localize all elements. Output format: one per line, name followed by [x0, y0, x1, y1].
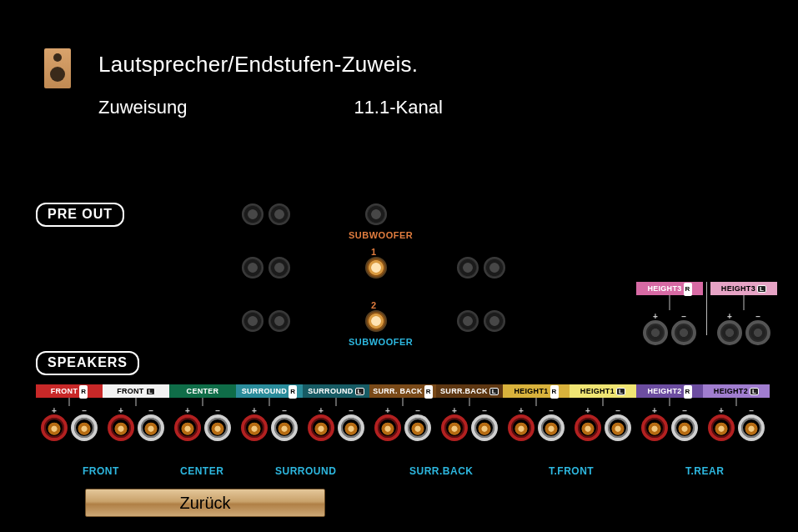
speaker-10-neg: – [738, 414, 765, 441]
speaker-posts-6: +– [441, 414, 498, 441]
speaker-0-pos: + [41, 414, 68, 441]
caption-surrback: SURR.BACK [409, 465, 474, 477]
height3-r-neg: – [671, 320, 696, 345]
preout-pair-2 [242, 257, 290, 279]
speaker-2-neg: – [204, 414, 231, 441]
caption-trear: T.REAR [685, 465, 724, 477]
speaker-0-neg: – [71, 414, 98, 441]
subwoofer-1-jack [365, 257, 387, 279]
speaker-8-pos: + [575, 414, 601, 441]
height3-r-pos: + [643, 320, 668, 345]
speaker-1-pos: + [108, 414, 134, 441]
speaker-posts-8: +– [575, 414, 631, 441]
speaker-slot-4: SURROUNDL+– [303, 384, 369, 441]
sub2-number: 2 [371, 300, 376, 310]
subwoofer-bottom-label: SUBWOOFER [349, 337, 413, 347]
speaker-tag-2: CENTER [169, 384, 236, 398]
speaker-7-pos: + [508, 414, 535, 441]
speaker-posts-7: +– [508, 414, 565, 441]
speaker-6-neg: – [471, 414, 498, 441]
speaker-3-neg: – [271, 414, 298, 441]
speaker-slot-8: HEIGHT1L+– [570, 384, 636, 441]
speaker-slot-10: HEIGHT2L+– [703, 384, 770, 441]
preout-section-label: PRE OUT [36, 203, 124, 227]
speaker-tag-10: HEIGHT2L [703, 384, 770, 398]
height3-block: HEIGHT3R + – HEIGHT3L + – [636, 282, 778, 345]
back-button[interactable]: Zurück [85, 489, 325, 517]
preout-pair-1 [242, 203, 290, 225]
speaker-posts-0: +– [41, 414, 98, 441]
sub1-number: 1 [371, 247, 376, 257]
preout-area: SUBWOOFER 1 2 SUBWOOFER [242, 203, 550, 354]
speaker-9-neg: – [671, 414, 698, 441]
assignment-label: Zuweisung [98, 97, 187, 118]
speaker-tag-1: FRONTL [103, 384, 169, 398]
tag-height3-r: HEIGHT3R [636, 282, 703, 295]
height3-l-pos: + [717, 320, 742, 345]
preout-pair-5 [457, 310, 505, 332]
speaker-slot-6: SURR.BACKL+– [436, 384, 503, 441]
subwoofer-2-jack [365, 310, 387, 332]
speaker-posts-4: +– [308, 414, 364, 441]
speaker-7-neg: – [538, 414, 565, 441]
speaker-5-pos: + [374, 414, 401, 441]
speaker-tag-6: SURR.BACKL [436, 384, 503, 398]
speaker-posts-10: +– [708, 414, 765, 441]
tag-height3-l: HEIGHT3L [710, 282, 777, 295]
speaker-9-pos: + [641, 414, 668, 441]
speaker-icon [44, 48, 71, 88]
speaker-2-pos: + [174, 414, 201, 441]
speaker-tag-4: SURROUNDL [303, 384, 369, 398]
speaker-tag-0: FRONTR [36, 384, 103, 398]
speaker-slot-3: SURROUNDR+– [236, 384, 303, 441]
speaker-8-neg: – [605, 414, 631, 441]
speaker-slot-7: HEIGHT1R+– [503, 384, 570, 441]
speaker-posts-2: +– [174, 414, 231, 441]
speaker-4-neg: – [338, 414, 364, 441]
speaker-terminal-strip: FRONTR+–FRONTL+–CENTER+–SURROUNDR+–SURRO… [36, 384, 770, 441]
caption-tfront: T.FRONT [549, 465, 594, 477]
speaker-1-neg: – [138, 414, 164, 441]
speaker-slot-1: FRONTL+– [103, 384, 169, 441]
height3-l-neg: – [745, 320, 770, 345]
preout-center-jack [365, 203, 387, 225]
speaker-posts-1: +– [108, 414, 164, 441]
caption-front: FRONT [83, 465, 119, 477]
assignment-value: 11.1-Kanal [354, 97, 442, 118]
speaker-posts-9: +– [641, 414, 698, 441]
speaker-posts-5: +– [374, 414, 431, 441]
speaker-tag-8: HEIGHT1L [570, 384, 636, 398]
caption-center: CENTER [180, 465, 223, 477]
speakers-section-label: SPEAKERS [36, 351, 139, 375]
speaker-slot-0: FRONTR+– [36, 384, 103, 441]
speaker-tag-5: SURR. BACKR [369, 384, 436, 398]
speaker-tag-3: SURROUNDR [236, 384, 303, 398]
preout-pair-4 [242, 310, 290, 332]
speaker-6-pos: + [441, 414, 468, 441]
speaker-4-pos: + [308, 414, 334, 441]
speaker-3-pos: + [241, 414, 268, 441]
preout-pair-3 [457, 257, 505, 279]
speaker-slot-2: CENTER+– [169, 384, 236, 441]
speaker-tag-9: HEIGHT2R [636, 384, 703, 398]
speaker-10-pos: + [708, 414, 735, 441]
page-title: Lautsprecher/Endstufen-Zuweis. [98, 52, 418, 78]
speaker-slot-5: SURR. BACKR+– [369, 384, 436, 441]
speaker-5-neg: – [404, 414, 431, 441]
speaker-posts-3: +– [241, 414, 298, 441]
subwoofer-top-label: SUBWOOFER [349, 230, 413, 240]
caption-surround: SURROUND [275, 465, 336, 477]
speaker-slot-9: HEIGHT2R+– [636, 384, 703, 441]
speaker-tag-7: HEIGHT1R [503, 384, 570, 398]
